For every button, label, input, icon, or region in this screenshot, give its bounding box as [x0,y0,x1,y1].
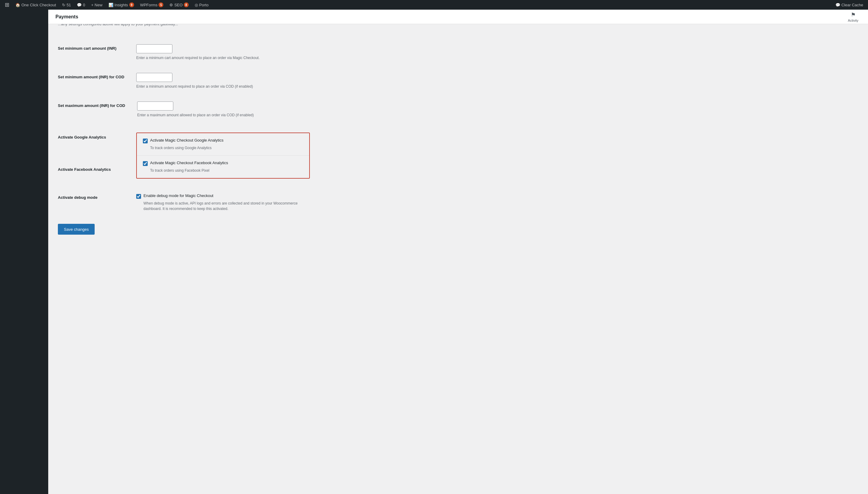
max-cod-row: Set maximum amount (INR) for COD Enter a… [58,95,310,124]
google-analytics-checkbox[interactable] [143,138,148,144]
comments-link[interactable]: 💬 0 [74,0,87,10]
main-content: ...any settings configured above will ap… [48,15,319,248]
google-checkbox-row: Activate Magic Checkout Google Analytics [143,138,303,144]
debug-hint: When debug mode is active, API logs and … [136,201,310,211]
facebook-analytics-hint: To track orders using Facebook Pixel [143,168,303,173]
analytics-box-col: Activate Magic Checkout Google Analytics… [136,130,310,181]
debug-control: Enable debug mode for Magic Checkout Whe… [136,193,310,211]
min-cart-row: Set minimum cart amount (INR) Enter a mi… [58,38,310,66]
porto-icon: ◎ [195,3,198,7]
debug-mode-checkbox[interactable] [136,194,141,199]
max-cod-control: Enter a maximum amount allowed to place … [137,101,310,118]
google-analytics-label: Activate Google Analytics [58,130,124,139]
google-analytics-section: Activate Magic Checkout Google Analytics… [137,133,309,155]
analytics-box: Activate Magic Checkout Google Analytics… [136,133,310,178]
debug-row: Activate debug mode Enable debug mode fo… [58,187,310,217]
min-cod-control: Enter a minimum amount required to place… [136,73,310,89]
wpforms-badge: 5 [159,2,163,7]
flag-icon: ⚑ [851,12,856,18]
google-checkbox-label: Activate Magic Checkout Google Analytics [150,138,224,142]
max-cod-hint: Enter a maximum amount allowed to place … [137,112,310,118]
seo-icon: ⚙ [169,3,173,7]
seo-link[interactable]: ⚙ SEO 8 [167,0,191,10]
facebook-checkbox-label: Activate Magic Checkout Facebook Analyti… [150,160,228,165]
page-title: Payments [55,14,78,20]
seo-badge: 8 [184,2,189,7]
insights-badge: 9 [129,2,134,7]
comments-icon: 💬 [77,3,82,7]
admin-bar: ⊞ 🏠 One Click Checkout ↻ 51 💬 0 + New 📊 … [0,0,868,10]
max-cod-input[interactable] [137,101,173,111]
new-link[interactable]: + New [89,0,105,10]
insights-link[interactable]: 📊 Insights 9 [106,0,136,10]
max-cod-label: Set maximum amount (INR) for COD [58,101,125,108]
debug-checkbox-row: Enable debug mode for Magic Checkout [136,193,310,199]
activity-button[interactable]: ⚑ Activity [845,10,861,23]
min-cart-label: Set minimum cart amount (INR) [58,44,124,51]
save-changes-button[interactable]: Save changes [58,224,95,235]
wordpress-icon: ⊞ [5,1,10,8]
updates-link[interactable]: ↻ 51 [60,0,73,10]
min-cart-hint: Enter a minimum cart amount required to … [136,55,310,60]
clear-cache-link[interactable]: 💬 Clear Cache [833,0,866,10]
min-cart-input[interactable] [136,44,172,53]
updates-icon: ↻ [62,3,66,7]
google-analytics-hint: To track orders using Google Analytics [143,145,303,151]
wordpress-logo[interactable]: ⊞ [2,0,12,10]
page-header: Payments ⚑ Activity [48,10,868,24]
debug-checkbox-label: Enable debug mode for Magic Checkout [144,193,214,198]
site-name[interactable]: 🏠 One Click Checkout [13,0,58,10]
insights-icon: 📊 [109,3,113,7]
save-btn-row: Save changes [58,217,310,241]
content-area: Payments ⚑ Activity ...any settings conf… [48,0,868,248]
analytics-labels-col: Activate Google Analytics Activate Faceb… [58,130,124,172]
porto-link[interactable]: ◎ Porto [192,0,211,10]
clear-cache-icon: 💬 [835,3,840,7]
facebook-analytics-section: Activate Magic Checkout Facebook Analyti… [137,155,309,178]
min-cart-control: Enter a minimum cart amount required to … [136,44,310,60]
debug-label: Activate debug mode [58,193,124,200]
analytics-row: Activate Google Analytics Activate Faceb… [58,124,310,187]
min-cod-row: Set minimum amount (INR) for COD Enter a… [58,66,310,95]
wpforms-link[interactable]: WPForms 5 [138,0,166,10]
min-cod-input[interactable] [136,73,172,82]
facebook-analytics-label: Activate Facebook Analytics [58,157,124,172]
sidebar [0,10,48,248]
min-cod-label: Set minimum amount (INR) for COD [58,73,124,79]
home-icon: 🏠 [15,3,20,7]
facebook-analytics-checkbox[interactable] [143,161,148,166]
min-cod-hint: Enter a minimum amount required to place… [136,84,310,89]
facebook-checkbox-row: Activate Magic Checkout Facebook Analyti… [143,160,303,166]
